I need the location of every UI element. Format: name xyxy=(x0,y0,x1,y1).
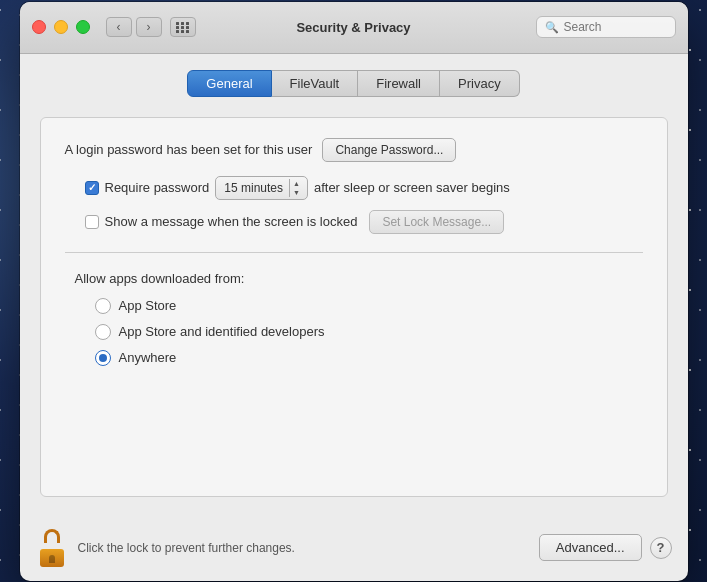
change-password-button[interactable]: Change Password... xyxy=(322,138,456,162)
tab-firewall[interactable]: Firewall xyxy=(358,70,440,97)
divider xyxy=(65,252,643,253)
tab-general[interactable]: General xyxy=(187,70,271,97)
advanced-button[interactable]: Advanced... xyxy=(539,534,642,561)
radio-anywhere[interactable]: Anywhere xyxy=(95,350,643,366)
require-password-label: Require password xyxy=(105,180,210,195)
grid-button[interactable] xyxy=(170,17,196,37)
window: ‹ › Security & Privacy 🔍 General xyxy=(20,2,688,581)
search-icon: 🔍 xyxy=(545,21,559,34)
radio-identified-button[interactable] xyxy=(95,324,111,340)
show-message-label: Show a message when the screen is locked xyxy=(105,214,358,229)
radio-app-store-identified[interactable]: App Store and identified developers xyxy=(95,324,643,340)
password-delay-value: 15 minutes xyxy=(224,181,283,195)
radio-app-store-button[interactable] xyxy=(95,298,111,314)
allow-section-title: Allow apps downloaded from: xyxy=(75,271,643,286)
search-input[interactable] xyxy=(564,20,667,34)
close-button[interactable] xyxy=(32,20,46,34)
stepper-down-icon[interactable]: ▼ xyxy=(293,188,300,197)
stepper-up-icon[interactable]: ▲ xyxy=(293,179,300,188)
lock-body xyxy=(40,549,64,567)
nav-buttons: ‹ › xyxy=(106,17,162,37)
require-password-row: Require password 15 minutes ▲ ▼ after sl… xyxy=(85,176,643,200)
content-area: General FileVault Firewall Privacy A log… xyxy=(20,54,688,517)
forward-icon: › xyxy=(147,20,151,34)
search-box[interactable]: 🔍 xyxy=(536,16,676,38)
radio-app-store[interactable]: App Store xyxy=(95,298,643,314)
help-button[interactable]: ? xyxy=(650,537,672,559)
main-panel: A login password has been set for this u… xyxy=(40,117,668,497)
footer-buttons: Advanced... ? xyxy=(539,534,672,561)
after-label: after sleep or screen saver begins xyxy=(314,180,510,195)
require-password-checkbox[interactable] xyxy=(85,181,99,195)
stepper: ▲ ▼ xyxy=(289,179,303,197)
tabs: General FileVault Firewall Privacy xyxy=(40,70,668,97)
traffic-lights xyxy=(32,20,90,34)
set-lock-message-button[interactable]: Set Lock Message... xyxy=(369,210,504,234)
maximize-button[interactable] xyxy=(76,20,90,34)
lock-label: Click the lock to prevent further change… xyxy=(78,541,529,555)
forward-button[interactable]: › xyxy=(136,17,162,37)
back-button[interactable]: ‹ xyxy=(106,17,132,37)
radio-anywhere-label: Anywhere xyxy=(119,350,177,365)
window-title: Security & Privacy xyxy=(296,20,410,35)
footer: Click the lock to prevent further change… xyxy=(20,517,688,581)
back-icon: ‹ xyxy=(117,20,121,34)
radio-identified-label: App Store and identified developers xyxy=(119,324,325,339)
show-message-checkbox[interactable] xyxy=(85,215,99,229)
tab-filevault[interactable]: FileVault xyxy=(272,70,359,97)
lock-icon[interactable] xyxy=(36,529,68,567)
radio-app-store-label: App Store xyxy=(119,298,177,313)
password-delay-selector[interactable]: 15 minutes ▲ ▼ xyxy=(215,176,308,200)
tab-privacy[interactable]: Privacy xyxy=(440,70,520,97)
radio-anywhere-button[interactable] xyxy=(95,350,111,366)
titlebar: ‹ › Security & Privacy 🔍 xyxy=(20,2,688,54)
password-section: A login password has been set for this u… xyxy=(65,138,643,162)
radio-group: App Store App Store and identified devel… xyxy=(95,298,643,366)
minimize-button[interactable] xyxy=(54,20,68,34)
show-message-row: Show a message when the screen is locked… xyxy=(85,210,643,234)
lock-shackle xyxy=(44,529,60,543)
lock-keyhole xyxy=(49,555,55,563)
password-label: A login password has been set for this u… xyxy=(65,142,313,157)
grid-icon xyxy=(176,22,190,33)
